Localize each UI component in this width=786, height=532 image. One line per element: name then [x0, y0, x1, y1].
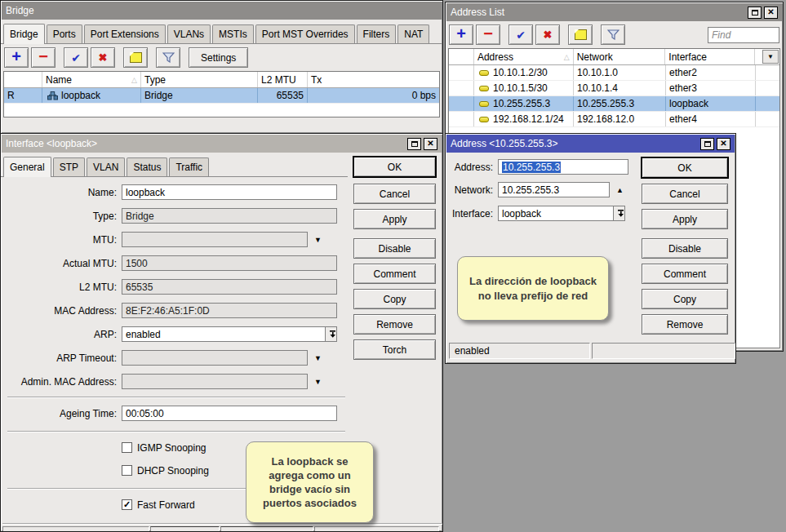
admin-mac-dropdown-icon[interactable]: ▼: [314, 378, 322, 386]
fast-forward-checkbox[interactable]: ✓: [122, 499, 132, 510]
minus-icon: −: [483, 25, 493, 42]
find-input[interactable]: [708, 27, 779, 43]
remove-button[interactable]: −: [476, 24, 500, 45]
separator: [7, 397, 345, 398]
remove-button[interactable]: Remove: [353, 314, 436, 335]
filter-button[interactable]: [601, 24, 625, 45]
mtu-dropdown-icon[interactable]: ▼: [314, 236, 322, 244]
tab-vlans[interactable]: VLANs: [167, 24, 211, 43]
col-type[interactable]: Type: [141, 72, 258, 87]
torch-button[interactable]: Torch: [353, 339, 436, 360]
disable-button[interactable]: Disable: [642, 238, 728, 259]
disable-button[interactable]: Disable: [353, 238, 436, 259]
add-button[interactable]: +: [4, 47, 29, 68]
address-status-bar: enabled: [449, 343, 735, 359]
apply-button[interactable]: Apply: [642, 209, 728, 229]
bridge-row-loopback[interactable]: R loopback Bridge 65535 0 bps: [4, 88, 439, 104]
comment-button[interactable]: Comment: [642, 264, 728, 284]
arp-timeout-input: [122, 350, 308, 366]
ok-button[interactable]: OK: [642, 157, 728, 178]
filter-button[interactable]: [156, 47, 180, 68]
dhcp-snooping-checkbox[interactable]: [122, 465, 132, 476]
l2-mtu-input: 65535: [122, 279, 337, 295]
tab-mstis[interactable]: MSTIs: [212, 24, 254, 43]
tab-filters[interactable]: Filters: [357, 24, 397, 43]
tab-bridge[interactable]: Bridge: [3, 24, 45, 44]
close-button[interactable]: ✕: [717, 138, 730, 150]
enable-button[interactable]: ✔: [508, 24, 533, 45]
minus-icon: −: [38, 48, 48, 64]
address-note-callout: La dirección de loopback no lleva prefij…: [457, 256, 609, 321]
column-select-button[interactable]: ▼: [762, 50, 779, 64]
tab-ports[interactable]: Ports: [47, 24, 82, 43]
network-field-row: Network: 10.255.255.3 ▲: [449, 182, 624, 197]
enable-button[interactable]: ✔: [64, 47, 88, 68]
name-input[interactable]: loopback: [122, 184, 337, 200]
address-row[interactable]: 192.168.12.1/24 192.168.12.0 ether4: [449, 112, 779, 127]
igmp-snooping-checkbox[interactable]: [122, 442, 132, 453]
arp-dropdown-button[interactable]: [325, 327, 337, 341]
interface-dialog: Interface <loopback> ✕ General STP VLAN …: [0, 133, 443, 532]
interface-dialog-titlebar[interactable]: Interface <loopback> ✕: [2, 135, 442, 153]
col-flags[interactable]: [449, 49, 474, 64]
plus-icon: +: [11, 48, 21, 64]
network-up-icon[interactable]: ▲: [616, 186, 624, 194]
remove-button[interactable]: −: [31, 47, 56, 68]
maximize-button[interactable]: [748, 7, 762, 19]
tab-vlan[interactable]: VLAN: [87, 157, 125, 176]
add-button[interactable]: +: [449, 24, 473, 45]
col-l2mtu[interactable]: L2 MTU: [258, 72, 308, 87]
tab-status[interactable]: Status: [127, 157, 167, 176]
admin-mac-input: [122, 374, 308, 389]
remove-button[interactable]: Remove: [642, 314, 728, 335]
tab-port-mst-overrides[interactable]: Port MST Overrides: [255, 24, 355, 43]
copy-button[interactable]: Copy: [642, 289, 728, 309]
address-list-titlebar[interactable]: Address List ✕: [446, 3, 782, 21]
address-input[interactable]: 10.255.255.3: [498, 159, 628, 175]
tab-general[interactable]: General: [3, 157, 51, 177]
ip-address-icon: [479, 86, 489, 91]
tab-port-extensions[interactable]: Port Extensions: [84, 24, 166, 43]
bridge-table: Name △ Type L2 MTU Tx R loopback Bridge …: [3, 71, 440, 117]
close-button[interactable]: ✕: [764, 7, 778, 19]
cancel-button[interactable]: Cancel: [642, 184, 728, 204]
col-tx[interactable]: Tx: [308, 72, 439, 87]
arp-timeout-label: ARP Timeout:: [6, 352, 122, 364]
settings-button[interactable]: Settings: [189, 47, 248, 68]
sort-asc-icon: △: [561, 53, 570, 61]
maximize-button[interactable]: [407, 138, 421, 150]
maximize-button[interactable]: [700, 138, 714, 150]
arp-select[interactable]: enabled: [122, 326, 337, 342]
fast-forward-label: Fast Forward: [137, 499, 195, 511]
col-name[interactable]: Name △: [42, 72, 141, 87]
address-row[interactable]: 10.10.1.5/30 10.10.1.4 ether3: [449, 81, 779, 96]
tab-nat[interactable]: NAT: [397, 24, 429, 43]
col-flags[interactable]: [4, 72, 42, 87]
copy-button[interactable]: Copy: [353, 289, 436, 309]
close-button[interactable]: ✕: [424, 138, 437, 150]
col-interface[interactable]: Interface: [665, 49, 755, 64]
tab-traffic[interactable]: Traffic: [169, 157, 209, 176]
cancel-button[interactable]: Cancel: [353, 184, 436, 204]
comment-button[interactable]: [568, 24, 593, 45]
ok-button[interactable]: OK: [353, 157, 436, 177]
interface-select[interactable]: loopback: [498, 206, 625, 221]
col-network[interactable]: Network: [574, 49, 666, 64]
interface-dropdown-button[interactable]: [613, 206, 625, 220]
address-dialog-titlebar[interactable]: Address <10.255.255.3> ✕: [446, 135, 735, 153]
address-row-selected[interactable]: 10.255.255.3 10.255.255.3 loopback: [449, 96, 779, 112]
bridge-window-titlebar[interactable]: Bridge: [2, 2, 442, 20]
tab-stp[interactable]: STP: [53, 157, 85, 176]
comment-button[interactable]: Comment: [353, 264, 436, 284]
disable-button[interactable]: ✖: [91, 47, 115, 68]
address-row[interactable]: 10.10.1.2/30 10.10.1.0 ether2: [449, 65, 779, 81]
comment-button[interactable]: [123, 47, 148, 68]
arp-timeout-dropdown-icon[interactable]: ▼: [314, 354, 322, 362]
disable-button[interactable]: ✖: [535, 24, 560, 45]
apply-button[interactable]: Apply: [353, 209, 436, 229]
maximize-icon: [704, 141, 711, 147]
network-input[interactable]: 10.255.255.3: [498, 182, 610, 197]
ageing-input[interactable]: 00:05:00: [122, 406, 337, 421]
col-address[interactable]: Address △: [474, 49, 574, 64]
dhcp-snooping-row: DHCP Snooping: [122, 464, 209, 477]
